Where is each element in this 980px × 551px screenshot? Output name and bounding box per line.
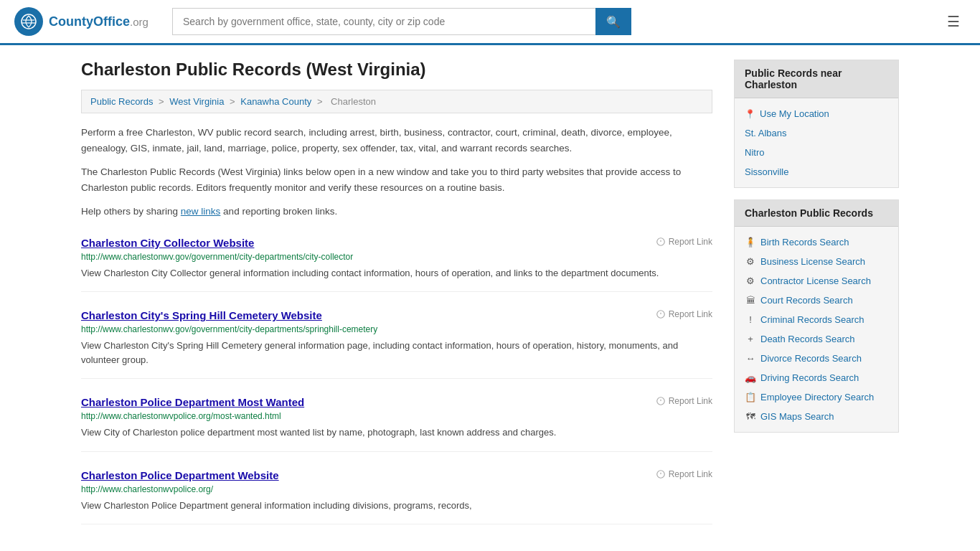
records-link-5[interactable]: +Death Records Search <box>735 329 898 349</box>
result-title-2[interactable]: Charleston Police Department Most Wanted <box>81 396 304 408</box>
records-link-1[interactable]: ⚙Business License Search <box>735 252 898 271</box>
record-icon-6: ↔ <box>745 353 756 364</box>
result-item: Charleston Police Department Website Rep… <box>81 469 712 525</box>
report-link-2[interactable]: Report Link <box>656 396 712 406</box>
description-3: Help others by sharing new links and rep… <box>81 204 712 220</box>
result-desc-3: View Charleston Police Department genera… <box>81 499 712 513</box>
page-title: Charleston Public Records (West Virginia… <box>81 60 712 80</box>
content: Charleston Public Records (West Virginia… <box>81 60 712 524</box>
record-icon-8: 📋 <box>745 392 756 402</box>
result-item: Charleston City Collector Website Report… <box>81 237 712 293</box>
main-container: Charleston Public Records (West Virginia… <box>67 45 913 539</box>
logo-text: CountyOffice.org <box>49 14 149 29</box>
records-link-0[interactable]: 🧍Birth Records Search <box>735 232 898 252</box>
search-icon: 🔍 <box>606 16 621 28</box>
report-link-0[interactable]: Report Link <box>656 237 712 247</box>
record-icon-7: 🚗 <box>745 372 756 383</box>
sidebar: Public Records near Charleston 📍 Use My … <box>734 60 899 524</box>
report-link-1[interactable]: Report Link <box>656 309 712 319</box>
records-section-header: Charleston Public Records <box>735 200 898 227</box>
record-icon-1: ⚙ <box>745 256 756 267</box>
breadcrumb-sep-2: > <box>317 96 325 107</box>
location-pin-icon: 📍 <box>745 109 755 119</box>
record-icon-2: ⚙ <box>745 276 756 286</box>
description-2: The Charleston Public Records (West Virg… <box>81 164 712 195</box>
use-location-link[interactable]: Use My Location <box>760 108 829 119</box>
result-url-0[interactable]: http://www.charlestonwv.gov/government/c… <box>81 252 712 262</box>
records-link-4[interactable]: !Criminal Records Search <box>735 310 898 329</box>
results-container: Charleston City Collector Website Report… <box>81 237 712 525</box>
logo-icon <box>14 7 43 36</box>
records-section: Charleston Public Records 🧍Birth Records… <box>734 199 899 433</box>
records-link-8[interactable]: 📋Employee Directory Search <box>735 387 898 407</box>
search-input[interactable] <box>172 8 595 35</box>
result-url-2[interactable]: http://www.charlestonwvpolice.org/most-w… <box>81 411 712 421</box>
result-item: Charleston City's Spring Hill Cemetery W… <box>81 309 712 379</box>
breadcrumb-item-3: Charleston <box>331 96 376 107</box>
search-area: 🔍 <box>172 8 631 35</box>
header: CountyOffice.org 🔍 ☰ <box>0 0 980 45</box>
breadcrumb-sep-0: > <box>159 96 166 107</box>
records-link-2[interactable]: ⚙Contractor License Search <box>735 271 898 291</box>
use-location-item[interactable]: 📍 Use My Location <box>735 104 898 123</box>
records-link-6[interactable]: ↔Divorce Records Search <box>735 349 898 368</box>
result-title-1[interactable]: Charleston City's Spring Hill Cemetery W… <box>81 309 322 321</box>
records-link-7[interactable]: 🚗Driving Records Search <box>735 368 898 387</box>
nearby-link-1[interactable]: Nitro <box>735 143 898 162</box>
record-icon-4: ! <box>745 314 756 325</box>
result-url-3[interactable]: http://www.charlestonwvpolice.org/ <box>81 484 712 494</box>
nearby-link-0[interactable]: St. Albans <box>735 123 898 143</box>
record-icon-3: 🏛 <box>745 295 756 306</box>
breadcrumb-item-1[interactable]: West Virginia <box>169 96 224 107</box>
nearby-links: St. AlbansNitroSissonville <box>735 123 898 182</box>
records-section-body: 🧍Birth Records Search⚙Business License S… <box>735 227 898 432</box>
result-url-1[interactable]: http://www.charlestonwv.gov/government/c… <box>81 324 712 334</box>
records-link-9[interactable]: 🗺GIS Maps Search <box>735 407 898 426</box>
result-desc-0: View Charleston City Collector general i… <box>81 266 712 281</box>
description-1: Perform a free Charleston, WV public rec… <box>81 125 712 156</box>
breadcrumb-item-2[interactable]: Kanawha County <box>240 96 311 107</box>
nearby-section-body: 📍 Use My Location St. AlbansNitroSissonv… <box>735 98 898 187</box>
result-desc-2: View City of Charleston police departmen… <box>81 425 712 440</box>
search-button[interactable]: 🔍 <box>595 8 631 35</box>
breadcrumb: Public Records > West Virginia > Kanawha… <box>81 90 712 113</box>
hamburger-icon: ☰ <box>947 14 960 29</box>
report-link-3[interactable]: Report Link <box>656 469 712 479</box>
record-icon-0: 🧍 <box>745 237 756 248</box>
new-links-link[interactable]: new links <box>181 206 221 217</box>
breadcrumb-sep-1: > <box>230 96 237 107</box>
nearby-section: Public Records near Charleston 📍 Use My … <box>734 60 899 188</box>
nearby-link-2[interactable]: Sissonville <box>735 162 898 182</box>
records-links: 🧍Birth Records Search⚙Business License S… <box>735 232 898 426</box>
nearby-section-header: Public Records near Charleston <box>735 60 898 98</box>
breadcrumb-item-0[interactable]: Public Records <box>90 96 153 107</box>
result-item: Charleston Police Department Most Wanted… <box>81 396 712 452</box>
record-icon-5: + <box>745 334 756 344</box>
result-title-3[interactable]: Charleston Police Department Website <box>81 469 279 481</box>
menu-button[interactable]: ☰ <box>941 10 966 33</box>
record-icon-9: 🗺 <box>745 411 756 422</box>
result-desc-1: View Charleston City's Spring Hill Cemet… <box>81 339 712 367</box>
svg-point-0 <box>22 14 36 29</box>
logo-area: CountyOffice.org <box>14 7 158 36</box>
records-link-3[interactable]: 🏛Court Records Search <box>735 291 898 310</box>
result-title-0[interactable]: Charleston City Collector Website <box>81 237 254 249</box>
